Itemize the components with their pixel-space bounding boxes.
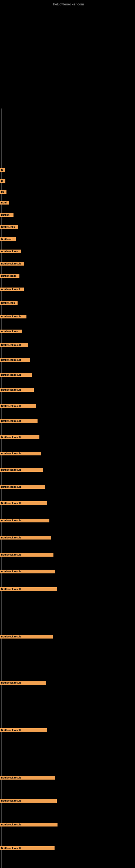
bar-row: Bottleneck result [0,776,135,780]
bar-12: Bottleneck r [0,301,17,305]
bar-22: Bottleneck result [0,452,41,456]
bar-11: Bottleneck resul [0,287,24,291]
bar-row: Bottleneck result [0,536,135,539]
bar-30: Bottleneck result [0,587,57,591]
bar-row: Bottleneck result [0,519,135,522]
bar-row: Bottleneck result [0,468,135,472]
bar-9: Bottleneck result [0,262,24,266]
bar-7: Bottlenec [0,237,16,241]
bar-6: Bottleneck r [0,225,18,229]
site-title: TheBottlenecker.com [51,2,84,6]
bar-5: Bottlen [0,213,13,217]
bar-row: Bottleneck result [0,388,135,392]
bar-18: Bottleneck result [0,388,34,392]
bar-15: Bottleneck result [0,343,28,347]
bar-row: Bottleneck r [0,225,135,229]
bar-20: Bottleneck result [0,419,38,423]
bar-row: B [0,168,135,172]
bar-16: Bottleneck result [0,358,30,362]
bar-4: Bottl [0,201,9,205]
bar-row: Bottleneck res [0,250,135,253]
bar-row: Bottleneck result [0,485,135,489]
bar-row: Bottleneck result [0,404,135,408]
bar-row: Bottleneck res [0,330,135,333]
bar-1: B [0,168,5,172]
bar-row: Bottleneck r [0,301,135,305]
bar-27: Bottleneck result [0,536,51,539]
bar-29: Bottleneck result [0,569,55,574]
bar-row: Bottleneck result [0,587,135,591]
bar-26: Bottleneck result [0,519,49,522]
bar-row: Bottleneck result [0,681,135,685]
bar-33: Bottleneck result [0,728,47,732]
bar-25: Bottleneck result [0,501,47,505]
bar-row: Bottlenec [0,237,135,241]
bar-row: Bottleneck result [0,315,135,318]
bar-36: Bottleneck result [0,823,57,827]
bar-row: Bottleneck result [0,823,135,827]
bar-2: B [0,179,5,183]
bar-31: Bottleneck result [0,635,53,639]
bar-28: Bottleneck result [0,553,53,557]
bar-13: Bottleneck result [0,315,27,318]
bar-37: Bottleneck result [0,846,54,850]
bar-14: Bottleneck res [0,330,22,333]
bar-row: Bottleneck result [0,419,135,423]
bar-row: Bottleneck result [0,262,135,266]
bar-row: Bottleneck result [0,635,135,639]
bar-row: Bottl [0,201,135,205]
bar-row: Bottleneck result [0,343,135,347]
bar-row: Bottleneck result [0,846,135,850]
bar-row: Bottleneck result [0,799,135,803]
bar-row: Bottleneck re [0,274,135,278]
bar-35: Bottleneck result [0,799,57,803]
bar-row: Bottleneck result [0,501,135,505]
bar-8: Bottleneck res [0,250,21,253]
bar-3: Bo [0,190,6,194]
bar-row: B [0,179,135,183]
bar-row: Bo [0,190,135,194]
bar-row: Bottleneck result [0,435,135,439]
bar-24: Bottleneck result [0,485,45,489]
bar-row: Bottleneck result [0,728,135,732]
bar-17: Bottleneck result [0,373,32,377]
bar-row: Bottleneck result [0,358,135,362]
bar-34: Bottleneck result [0,776,55,780]
bar-row: Bottleneck resul [0,287,135,291]
bar-row: Bottleneck result [0,569,135,574]
bar-row: Bottleneck result [0,452,135,456]
bar-23: Bottleneck result [0,468,43,472]
bar-row: Bottlen [0,213,135,217]
bar-21: Bottleneck result [0,435,39,439]
bar-32: Bottleneck result [0,681,46,685]
bar-row: Bottleneck result [0,553,135,557]
bar-row: Bottleneck result [0,373,135,377]
bar-10: Bottleneck re [0,274,19,278]
bar-19: Bottleneck result [0,404,36,408]
